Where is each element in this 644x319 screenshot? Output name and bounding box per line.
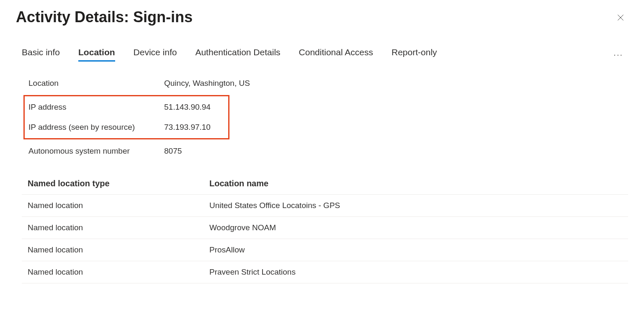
cell-type: Named location bbox=[22, 195, 204, 217]
detail-label: Autonomous system number bbox=[28, 147, 164, 156]
table-row: Named location Woodgrove NOAM bbox=[22, 217, 628, 239]
detail-row-location: Location Quincy, Washington, US bbox=[28, 73, 628, 93]
detail-row-ip-address: IP address 51.143.90.94 bbox=[28, 97, 228, 117]
table-row: Named location Praveen Strict Locations bbox=[22, 261, 628, 283]
cell-name: ProsAllow bbox=[204, 239, 628, 261]
ellipsis-icon: ··· bbox=[613, 50, 623, 59]
panel-header: Activity Details: Sign-ins bbox=[16, 8, 628, 26]
cell-type: Named location bbox=[22, 261, 204, 283]
tabs-row: Basic info Location Device info Authenti… bbox=[16, 47, 628, 62]
table-row: Named location United States Office Loca… bbox=[22, 195, 628, 217]
detail-row-asn: Autonomous system number 8075 bbox=[28, 141, 628, 161]
cell-type: Named location bbox=[22, 239, 204, 261]
table-section: Named location type Location name Named … bbox=[16, 173, 628, 283]
page-title: Activity Details: Sign-ins bbox=[16, 8, 193, 26]
detail-value: 8075 bbox=[164, 147, 182, 156]
cell-name: United States Office Locatoins - GPS bbox=[204, 195, 628, 217]
tab-report-only[interactable]: Report-only bbox=[392, 47, 437, 62]
cell-type: Named location bbox=[22, 217, 204, 239]
highlight-box: IP address 51.143.90.94 IP address (seen… bbox=[23, 95, 229, 139]
close-button[interactable] bbox=[613, 10, 628, 26]
more-button[interactable]: ··· bbox=[610, 48, 626, 61]
named-locations-table: Named location type Location name Named … bbox=[22, 173, 628, 283]
close-icon bbox=[616, 13, 625, 23]
details-section: Location Quincy, Washington, US IP addre… bbox=[16, 73, 628, 161]
cell-name: Woodgrove NOAM bbox=[204, 217, 628, 239]
detail-value: 73.193.97.10 bbox=[164, 123, 211, 132]
detail-value: 51.143.90.94 bbox=[164, 103, 211, 112]
table-header-name: Location name bbox=[204, 173, 628, 195]
table-header-row: Named location type Location name bbox=[22, 173, 628, 195]
tab-authentication-details[interactable]: Authentication Details bbox=[195, 47, 280, 62]
detail-label: IP address bbox=[28, 103, 164, 112]
tab-basic-info[interactable]: Basic info bbox=[22, 47, 60, 62]
tab-conditional-access[interactable]: Conditional Access bbox=[299, 47, 373, 62]
detail-value: Quincy, Washington, US bbox=[164, 79, 250, 88]
tabs: Basic info Location Device info Authenti… bbox=[22, 47, 437, 62]
detail-label: IP address (seen by resource) bbox=[28, 123, 164, 132]
table-row: Named location ProsAllow bbox=[22, 239, 628, 261]
table-header-type: Named location type bbox=[22, 173, 204, 195]
tab-device-info[interactable]: Device info bbox=[134, 47, 177, 62]
detail-row-ip-seen: IP address (seen by resource) 73.193.97.… bbox=[28, 117, 228, 137]
cell-name: Praveen Strict Locations bbox=[204, 261, 628, 283]
tab-location[interactable]: Location bbox=[78, 47, 115, 62]
detail-label: Location bbox=[28, 79, 164, 88]
